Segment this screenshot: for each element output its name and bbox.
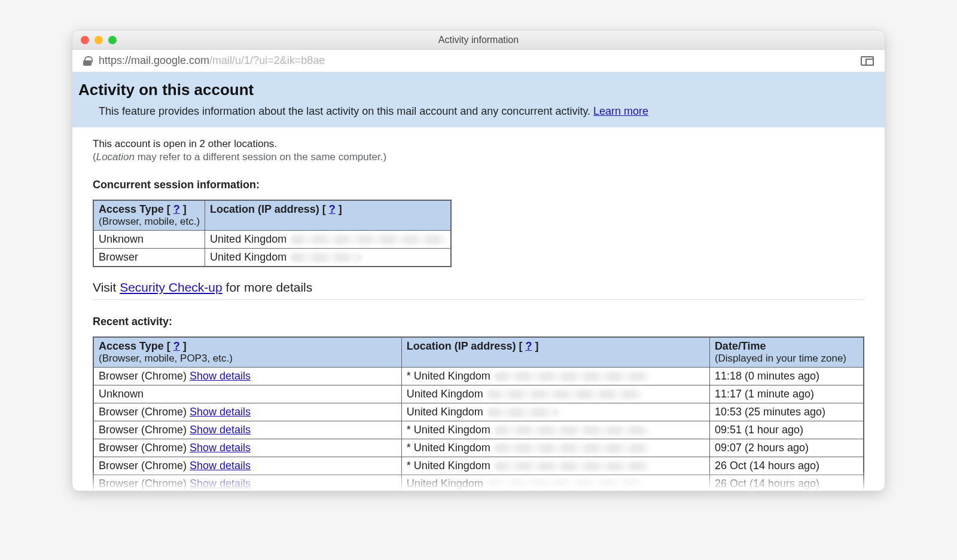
cell-datetime: 11:18 (0 minutes ago) (709, 368, 864, 385)
help-location-icon[interactable]: ? (525, 340, 532, 352)
cell-datetime: 26 Oct (14 hours ago) (709, 475, 864, 491)
page-content: This account is open in 2 other location… (72, 127, 885, 491)
close-window-button[interactable] (81, 36, 89, 44)
table-row: BrowserUnited Kingdom (93, 249, 451, 267)
lock-icon (83, 56, 92, 66)
concurrent-title: Concurrent session information: (93, 179, 864, 191)
cell-location: United Kingdom (205, 249, 452, 267)
window-controls (81, 36, 117, 44)
redacted-ip (494, 443, 650, 453)
zoom-window-button[interactable] (108, 36, 117, 44)
window-title: Activity information (72, 35, 885, 45)
redacted-ip (290, 253, 362, 262)
window-titlebar: Activity information (72, 30, 885, 50)
minimize-window-button[interactable] (95, 36, 103, 44)
recent-activity-title: Recent activity: (93, 316, 864, 328)
help-location-icon[interactable]: ? (329, 203, 336, 215)
col-datetime: Date/Time (Displayed in your time zone) (709, 337, 864, 368)
cell-datetime: 10:53 (25 minutes ago) (709, 403, 864, 421)
cell-datetime: 09:07 (2 hours ago) (709, 439, 864, 457)
redacted-ip (487, 408, 559, 417)
url: https://mail.google.com/mail/u/1/?ui=2&i… (99, 54, 325, 67)
open-locations-note: (Location may refer to a different sessi… (93, 151, 864, 163)
cell-access-type: Unknown (93, 385, 401, 403)
page-title: Activity on this account (78, 81, 881, 99)
cell-datetime: 11:17 (1 minute ago) (709, 385, 864, 403)
cell-access-type: Browser (Chrome) Show details (93, 403, 401, 421)
table-row: Browser (Chrome) Show details* United Ki… (93, 457, 864, 475)
redacted-ip (487, 390, 642, 399)
help-access-type-icon[interactable]: ? (173, 340, 180, 352)
redacted-ip (494, 426, 650, 435)
cell-location: * United Kingdom (401, 368, 709, 385)
open-locations-text: This account is open in 2 other location… (93, 138, 864, 150)
cell-access-type: Browser (Chrome) Show details (93, 421, 401, 439)
visit-security-line: Visit Security Check-up for more details (93, 280, 864, 295)
cell-location: United Kingdom (401, 403, 709, 421)
table-row: Browser (Chrome) Show detailsUnited King… (93, 403, 864, 421)
cell-access-type: Browser (Chrome) Show details (93, 368, 401, 385)
table-row: Browser (Chrome) Show details* United Ki… (93, 421, 864, 439)
redacted-ip (487, 479, 642, 489)
col-access-type: Access Type [ ? ] (Browser, mobile, POP3… (93, 337, 401, 368)
cell-access-type: Browser (Chrome) Show details (93, 439, 401, 457)
browser-window: Activity information https://mail.google… (72, 30, 885, 491)
cell-datetime: 09:51 (1 hour ago) (709, 421, 864, 439)
cell-access-type: Browser (Chrome) Show details (93, 457, 401, 475)
show-details-link[interactable]: Show details (190, 370, 251, 382)
url-host: https://mail.google.com (99, 54, 209, 66)
table-row: UnknownUnited Kingdom11:17 (1 minute ago… (93, 385, 864, 403)
show-details-link[interactable]: Show details (190, 442, 251, 454)
security-checkup-link[interactable]: Security Check-up (120, 280, 223, 294)
banner-subtext: This feature provides information about … (99, 105, 881, 118)
concurrent-sessions-table: Access Type [ ? ] (Browser, mobile, etc.… (93, 200, 452, 267)
col-location: Location (IP address) [ ? ] (205, 200, 452, 231)
cell-location: United Kingdom (401, 475, 709, 491)
cell-location: * United Kingdom (401, 439, 709, 457)
table-row: Browser (Chrome) Show detailsUnited King… (93, 475, 864, 491)
show-details-link[interactable]: Show details (190, 406, 251, 418)
redacted-ip (494, 372, 650, 381)
col-location: Location (IP address) [ ? ] (401, 337, 709, 368)
recent-activity-table: Access Type [ ? ] (Browser, mobile, POP3… (93, 336, 864, 491)
address-bar[interactable]: https://mail.google.com/mail/u/1/?ui=2&i… (72, 50, 885, 72)
cell-location: * United Kingdom (401, 421, 709, 439)
divider (93, 299, 864, 300)
url-path: /mail/u/1/?ui=2&ik=b8ae (209, 54, 325, 66)
help-access-type-icon[interactable]: ? (173, 203, 180, 215)
page-banner: Activity on this account This feature pr… (72, 72, 885, 127)
table-row: Browser (Chrome) Show details* United Ki… (93, 368, 864, 385)
page-viewport: Activity on this account This feature pr… (72, 72, 885, 491)
redacted-ip (290, 235, 446, 244)
cell-location: United Kingdom (205, 231, 452, 249)
cell-access-type: Browser (93, 249, 205, 267)
cell-access-type: Unknown (93, 231, 205, 249)
cell-datetime: 26 Oct (14 hours ago) (709, 457, 864, 475)
learn-more-link[interactable]: Learn more (593, 105, 648, 117)
show-details-link[interactable]: Show details (190, 478, 251, 489)
redacted-ip (494, 461, 650, 471)
responsive-mode-icon[interactable] (861, 56, 874, 66)
cell-location: United Kingdom (401, 385, 709, 403)
col-access-type: Access Type [ ? ] (Browser, mobile, etc.… (93, 200, 205, 231)
table-row: UnknownUnited Kingdom (93, 231, 451, 249)
cell-access-type: Browser (Chrome) Show details (93, 475, 401, 491)
cell-location: * United Kingdom (401, 457, 709, 475)
show-details-link[interactable]: Show details (190, 424, 251, 436)
show-details-link[interactable]: Show details (190, 460, 251, 472)
table-row: Browser (Chrome) Show details* United Ki… (93, 439, 864, 457)
